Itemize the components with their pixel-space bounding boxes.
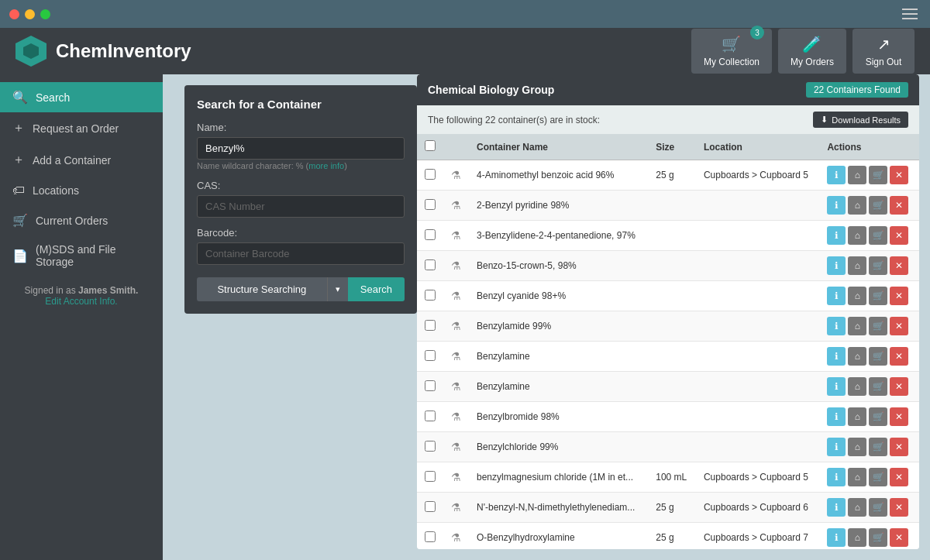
info-button[interactable]: ℹ [827, 317, 846, 335]
home-button[interactable]: ⌂ [848, 438, 866, 456]
cart-button[interactable]: 🛒 [869, 468, 887, 486]
cart-button[interactable]: 🛒 [869, 347, 887, 366]
table-row: ⚗ benzylmagnesium chloride (1M in et... … [417, 462, 919, 493]
my-orders-button[interactable]: 🧪 My Orders [778, 29, 846, 74]
sign-out-button[interactable]: ↗ Sign Out [852, 29, 914, 74]
row-flask-cell: ⚗ [443, 281, 469, 311]
home-button[interactable]: ⌂ [848, 377, 866, 396]
sidebar-item-msds[interactable]: 📄 (M)SDS and File Storage [0, 235, 163, 276]
flask-icon: ⚗ [451, 320, 461, 332]
delete-button[interactable]: ✕ [890, 407, 908, 426]
row-flask-cell: ⚗ [443, 251, 469, 281]
delete-button[interactable]: ✕ [890, 287, 908, 305]
home-button[interactable]: ⌂ [848, 468, 866, 486]
home-button[interactable]: ⌂ [848, 196, 866, 215]
cas-input[interactable] [197, 195, 405, 218]
row-checkbox[interactable] [425, 350, 436, 361]
home-button[interactable]: ⌂ [848, 347, 866, 366]
cart-button[interactable]: 🛒 [869, 407, 887, 426]
edit-account-link[interactable]: Edit Account Info. [45, 296, 117, 307]
maximize-dot[interactable] [40, 9, 50, 19]
sidebar-item-locations[interactable]: 🏷 Locations [0, 176, 163, 205]
info-button[interactable]: ℹ [827, 256, 846, 275]
delete-button[interactable]: ✕ [890, 196, 908, 215]
info-button[interactable]: ℹ [827, 407, 846, 426]
info-button[interactable]: ℹ [827, 226, 846, 245]
row-checkbox[interactable] [425, 531, 436, 542]
info-button[interactable]: ℹ [827, 438, 846, 456]
more-info-link[interactable]: more info [308, 161, 344, 170]
structure-dropdown-button[interactable]: ▾ [327, 277, 348, 301]
cart-button[interactable]: 🛒 [869, 287, 887, 305]
info-button[interactable]: ℹ [827, 196, 846, 215]
row-checkbox[interactable] [425, 199, 436, 210]
select-all-checkbox[interactable] [425, 140, 436, 151]
sidebar-item-current-orders[interactable]: 🛒 Current Orders [0, 205, 163, 235]
barcode-input[interactable] [197, 242, 405, 265]
cart-button[interactable]: 🛒 [869, 317, 887, 335]
delete-button[interactable]: ✕ [890, 468, 908, 486]
delete-button[interactable]: ✕ [890, 317, 908, 335]
info-button[interactable]: ℹ [827, 377, 846, 396]
results-panel: Chemical Biology Group 22 Containers Fou… [417, 74, 919, 549]
cart-button[interactable]: 🛒 [869, 438, 887, 456]
cart-button[interactable]: 🛒 [869, 256, 887, 275]
row-checkbox[interactable] [425, 501, 436, 512]
table-row: ⚗ 4-Aminomethyl benzoic acid 96% 25 g Cu… [417, 160, 919, 191]
close-dot[interactable] [9, 9, 19, 19]
tag-icon: 🏷 [12, 184, 25, 198]
cart-button[interactable]: 🛒 [869, 377, 887, 396]
row-checkbox[interactable] [425, 169, 436, 180]
home-button[interactable]: ⌂ [848, 166, 866, 184]
minimize-dot[interactable] [25, 9, 35, 19]
row-checkbox[interactable] [425, 471, 436, 482]
delete-button[interactable]: ✕ [890, 347, 908, 366]
delete-button[interactable]: ✕ [890, 256, 908, 275]
delete-button[interactable]: ✕ [890, 438, 908, 456]
app-logo [16, 36, 46, 67]
search-button[interactable]: Search [348, 277, 405, 301]
my-collection-button[interactable]: 3 🛒 My Collection [691, 29, 772, 74]
row-checkbox-cell [417, 523, 443, 550]
download-results-button[interactable]: ⬇ Download Results [813, 112, 908, 128]
home-button[interactable]: ⌂ [848, 287, 866, 305]
delete-button[interactable]: ✕ [890, 226, 908, 245]
sidebar-item-add-container[interactable]: ＋ Add a Container [0, 144, 163, 176]
info-button[interactable]: ℹ [827, 528, 846, 547]
orders-icon: 🧪 [802, 35, 822, 53]
info-button[interactable]: ℹ [827, 166, 846, 184]
structure-searching-button[interactable]: Structure Searching [197, 277, 327, 301]
name-input[interactable] [197, 137, 405, 160]
cart-button[interactable]: 🛒 [869, 528, 887, 547]
home-button[interactable]: ⌂ [848, 528, 866, 547]
row-checkbox[interactable] [425, 290, 436, 301]
cart-button[interactable]: 🛒 [869, 196, 887, 215]
row-checkbox[interactable] [425, 229, 436, 240]
hamburger-menu[interactable] [899, 4, 921, 24]
info-button[interactable]: ℹ [827, 468, 846, 486]
row-checkbox[interactable] [425, 259, 436, 270]
row-location [696, 432, 820, 462]
table-row: ⚗ Benzyl cyanide 98+% ℹ ⌂ 🛒 ✕ [417, 281, 919, 311]
row-checkbox[interactable] [425, 411, 436, 421]
home-button[interactable]: ⌂ [848, 407, 866, 426]
info-button[interactable]: ℹ [827, 347, 846, 366]
cart-button[interactable]: 🛒 [869, 226, 887, 245]
home-button[interactable]: ⌂ [848, 317, 866, 335]
cart-button[interactable]: 🛒 [869, 498, 887, 517]
sidebar-item-request-order[interactable]: ＋ Request an Order [0, 112, 163, 144]
delete-button[interactable]: ✕ [890, 528, 908, 547]
home-button[interactable]: ⌂ [848, 256, 866, 275]
sidebar-item-search[interactable]: 🔍 Search [0, 82, 163, 112]
info-button[interactable]: ℹ [827, 498, 846, 517]
home-button[interactable]: ⌂ [848, 226, 866, 245]
delete-button[interactable]: ✕ [890, 377, 908, 396]
row-checkbox[interactable] [425, 441, 436, 452]
cart-button[interactable]: 🛒 [869, 166, 887, 184]
home-button[interactable]: ⌂ [848, 498, 866, 517]
row-checkbox[interactable] [425, 380, 436, 391]
row-checkbox[interactable] [425, 320, 436, 331]
delete-button[interactable]: ✕ [890, 166, 908, 184]
delete-button[interactable]: ✕ [890, 498, 908, 517]
info-button[interactable]: ℹ [827, 287, 846, 305]
